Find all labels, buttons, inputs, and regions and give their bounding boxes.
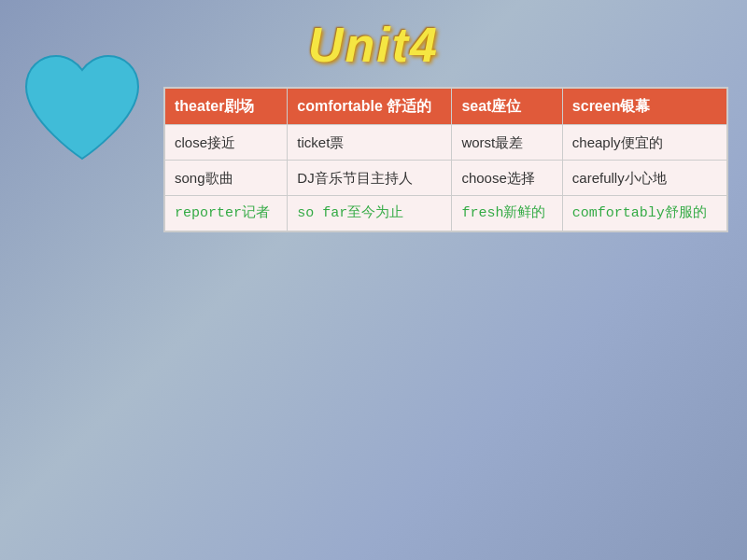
header-cell-3: seat座位 <box>452 88 562 125</box>
row3-cell-2: DJ音乐节目主持人 <box>288 161 452 196</box>
vocabulary-table: theater剧场 comfortable 舒适的 seat座位 screen银… <box>163 87 728 232</box>
row2-cell-3: worst最差 <box>452 125 562 161</box>
row2-cell-1: close接近 <box>164 125 288 161</box>
table-header-row: theater剧场 comfortable 舒适的 seat座位 screen银… <box>164 88 727 125</box>
row2-cell-2: ticket票 <box>288 125 452 161</box>
row4-cell-3: fresh新鲜的 <box>452 196 562 232</box>
header-cell-1: theater剧场 <box>164 88 288 125</box>
row3-cell-1: song歌曲 <box>164 161 288 196</box>
vocabulary-table-wrapper: theater剧场 comfortable 舒适的 seat座位 screen银… <box>163 87 728 232</box>
table-row-2: close接近 ticket票 worst最差 cheaply便宜的 <box>164 125 727 161</box>
table-row-4: reporter记者 so far至今为止 fresh新鲜的 comfortab… <box>164 196 727 232</box>
row3-cell-3: choose选择 <box>452 161 562 196</box>
row4-cell-2: so far至今为止 <box>288 196 452 232</box>
row2-cell-4: cheaply便宜的 <box>562 125 727 161</box>
row4-cell-1: reporter记者 <box>164 196 288 232</box>
heart-decoration <box>17 51 148 173</box>
row4-cell-4: comfortably舒服的 <box>562 196 727 232</box>
header-cell-2: comfortable 舒适的 <box>288 88 452 125</box>
table-row-3: song歌曲 DJ音乐节目主持人 choose选择 carefully小心地 <box>164 161 727 196</box>
row3-cell-4: carefully小心地 <box>562 161 727 196</box>
page-title: Unit4 <box>308 18 439 72</box>
header-cell-4: screen银幕 <box>562 88 727 125</box>
